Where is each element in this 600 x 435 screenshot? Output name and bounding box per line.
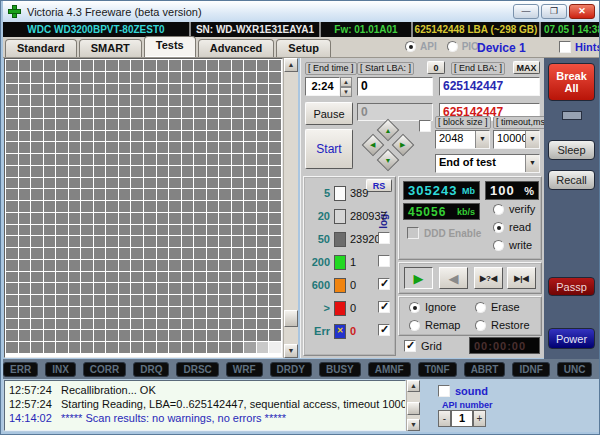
sleep-button[interactable]: Sleep xyxy=(548,140,595,160)
close-button[interactable]: ✕ xyxy=(569,4,595,19)
scan-block xyxy=(131,283,143,294)
scan-block xyxy=(269,154,281,165)
scan-block xyxy=(131,342,143,353)
jog-right-button[interactable]: ▶ xyxy=(392,134,415,157)
api-minus-button[interactable]: - xyxy=(438,410,451,427)
scan-block xyxy=(131,248,143,259)
remap-radio[interactable]: Remap xyxy=(409,319,460,331)
back-button[interactable]: ◀ xyxy=(439,267,468,289)
read-radio[interactable]: read xyxy=(493,221,531,233)
passp-button[interactable]: Passp xyxy=(548,277,595,296)
log-over-checkbox[interactable] xyxy=(378,301,390,313)
log-600-checkbox[interactable] xyxy=(378,278,390,290)
grid-checkbox[interactable]: Grid xyxy=(404,340,442,352)
jog-up-button[interactable]: ▲ xyxy=(377,119,400,142)
log-scrollbar[interactable]: ▲ ▼ xyxy=(406,380,420,431)
break-all-button[interactable]: Break All xyxy=(548,63,595,101)
scan-block xyxy=(19,131,31,142)
rs-button[interactable]: RS xyxy=(366,179,392,192)
pio-radio[interactable]: PIO xyxy=(447,41,479,52)
scan-block xyxy=(56,154,68,165)
scan-block xyxy=(94,295,106,306)
scan-block xyxy=(106,131,118,142)
scan-block xyxy=(194,342,206,353)
api-radio[interactable]: API xyxy=(405,41,437,52)
scan-block xyxy=(219,84,231,95)
timeout-dropdown[interactable]: 10000▼ xyxy=(493,130,540,149)
grid-scrollbar-thumb[interactable] xyxy=(284,310,298,327)
scan-block xyxy=(207,260,219,271)
tab-advanced[interactable]: Advanced xyxy=(198,39,275,57)
scan-block xyxy=(232,342,244,353)
end-lba-input[interactable]: 625142447 xyxy=(439,77,540,96)
play-button[interactable]: ▶ xyxy=(404,267,433,289)
recall-button[interactable]: Recall xyxy=(548,170,595,190)
scan-block xyxy=(157,342,169,353)
scan-block xyxy=(269,319,281,330)
ignore-radio[interactable]: Ignore xyxy=(409,301,456,313)
log-scrollbar-thumb[interactable] xyxy=(407,402,420,415)
scan-block xyxy=(144,295,156,306)
log-err-checkbox[interactable] xyxy=(378,324,390,336)
pause-button[interactable]: Pause xyxy=(305,102,353,125)
start-button[interactable]: Start xyxy=(305,129,353,169)
scan-block xyxy=(232,72,244,83)
jog-down-button[interactable]: ▼ xyxy=(377,149,400,172)
scan-block xyxy=(106,60,118,71)
log-200-checkbox[interactable] xyxy=(378,255,390,267)
action-sidebar: Break All Sleep Recall Passp Power xyxy=(544,58,599,359)
scan-block xyxy=(194,60,206,71)
scan-block xyxy=(194,201,206,212)
tab-smart[interactable]: SMART xyxy=(79,39,142,57)
block-size-dropdown[interactable]: 2048▼ xyxy=(435,130,490,149)
scan-block xyxy=(244,154,256,165)
scan-block xyxy=(144,119,156,130)
verify-radio[interactable]: verify xyxy=(493,203,535,215)
scroll-up-icon[interactable]: ▲ xyxy=(407,380,420,392)
scan-block xyxy=(157,189,169,200)
log-50-checkbox[interactable] xyxy=(378,232,390,244)
start-lba-input[interactable]: 0 xyxy=(357,77,433,96)
latency-200-block xyxy=(334,255,346,270)
scan-block xyxy=(207,307,219,318)
erase-radio[interactable]: Erase xyxy=(475,301,520,313)
scan-block xyxy=(44,131,56,142)
start-lba-zero-button[interactable]: 0 xyxy=(427,61,445,74)
scan-block xyxy=(232,236,244,247)
minimize-button[interactable]: — xyxy=(513,4,539,19)
sound-checkbox[interactable]: sound xyxy=(438,385,488,397)
tab-setup[interactable]: Setup xyxy=(276,39,331,57)
tab-standard[interactable]: Standard xyxy=(5,39,77,57)
jog-left-button[interactable]: ◀ xyxy=(362,134,385,157)
scan-block xyxy=(31,248,43,259)
hints-checkbox[interactable]: Hints xyxy=(559,41,600,53)
scan-block xyxy=(6,154,18,165)
scan-block xyxy=(106,295,118,306)
seek-end-button[interactable]: ▶|◀ xyxy=(507,267,536,289)
restore-radio[interactable]: Restore xyxy=(475,319,530,331)
event-log[interactable]: 12:57:24Recallibration... OK 12:57:24Sta… xyxy=(4,380,406,431)
scan-block xyxy=(119,154,131,165)
scroll-down-icon[interactable]: ▼ xyxy=(284,344,298,358)
grid-scrollbar[interactable]: ▲ ▼ xyxy=(283,58,298,358)
scan-block xyxy=(31,272,43,283)
max-lba-button[interactable]: MAX xyxy=(513,61,540,74)
end-time-spinner[interactable]: 2:24 ▲▼ xyxy=(305,77,352,96)
scroll-down-icon[interactable]: ▼ xyxy=(407,419,420,431)
scroll-up-icon[interactable]: ▲ xyxy=(284,58,298,72)
scan-block xyxy=(81,248,93,259)
power-button[interactable]: Power xyxy=(548,328,595,349)
end-lba-label: [ End LBA: ] xyxy=(451,62,505,75)
tab-tests[interactable]: Tests xyxy=(144,36,196,57)
status-flag-busy: BUSY xyxy=(319,362,361,377)
scan-block xyxy=(169,84,181,95)
write-radio[interactable]: write xyxy=(493,239,532,251)
maximize-button[interactable]: ❐ xyxy=(541,4,567,19)
seek-question-button[interactable]: ▶?◀ xyxy=(474,267,503,289)
end-action-dropdown[interactable]: End of test▼ xyxy=(435,154,540,173)
ddd-enable-checkbox[interactable]: DDD Enable xyxy=(407,227,481,239)
jog-checkbox[interactable] xyxy=(419,120,431,132)
scan-block xyxy=(106,319,118,330)
api-plus-button[interactable]: + xyxy=(473,410,486,427)
scan-block xyxy=(56,248,68,259)
